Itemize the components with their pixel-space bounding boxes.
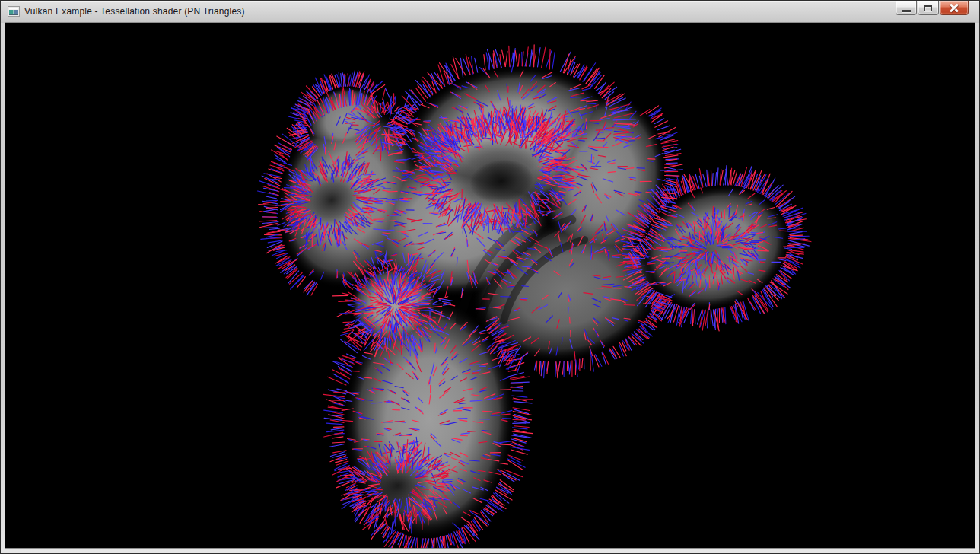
close-icon xyxy=(949,3,959,12)
close-button[interactable] xyxy=(940,1,969,15)
minimize-icon xyxy=(902,10,911,12)
maximize-icon xyxy=(924,5,932,11)
render-viewport[interactable] xyxy=(5,23,975,548)
app-icon xyxy=(8,5,20,18)
app-window: Vulkan Example - Tessellation shader (PN… xyxy=(0,0,980,554)
minimize-button[interactable] xyxy=(896,1,917,15)
window-controls xyxy=(895,1,969,16)
window-title: Vulkan Example - Tessellation shader (PN… xyxy=(24,6,245,17)
window-titlebar[interactable]: Vulkan Example - Tessellation shader (PN… xyxy=(1,1,979,23)
maximize-button[interactable] xyxy=(918,1,939,15)
vulkan-3d-canvas[interactable] xyxy=(5,23,975,548)
